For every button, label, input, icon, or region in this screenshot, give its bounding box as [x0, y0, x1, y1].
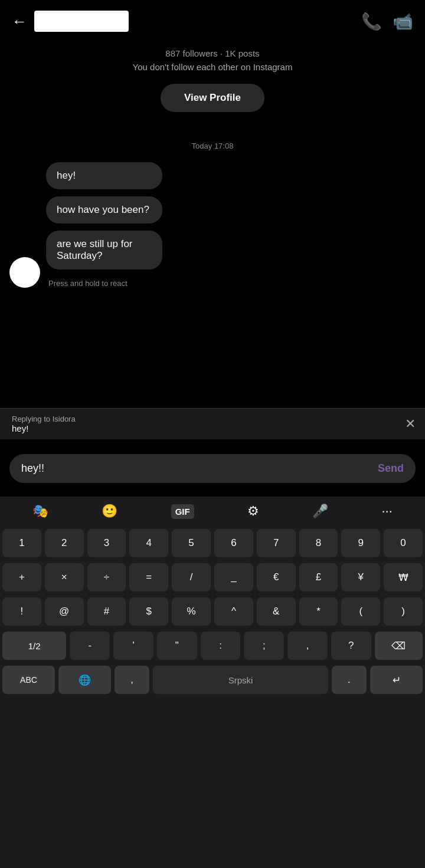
- key-9[interactable]: 9: [341, 529, 380, 557]
- key-divide[interactable]: ÷: [87, 563, 126, 591]
- gif-icon[interactable]: GIF: [171, 504, 194, 519]
- keyboard-row-1: 1 2 3 4 5 6 7 8 9 0: [0, 526, 425, 560]
- send-button[interactable]: Send: [378, 462, 404, 475]
- backspace-key[interactable]: ⌫: [375, 632, 423, 660]
- header-icons: 📞 📹: [361, 12, 413, 31]
- key-semicolon[interactable]: ;: [244, 632, 284, 660]
- more-icon[interactable]: ···: [381, 504, 392, 519]
- settings-icon[interactable]: ⚙: [247, 504, 259, 519]
- key-3[interactable]: 3: [87, 529, 126, 557]
- key-multiply[interactable]: ×: [45, 563, 84, 591]
- key-pound[interactable]: £: [299, 563, 338, 591]
- keyboard: 1 2 3 4 5 6 7 8 9 0 + × ÷ = / _ € £ ¥ ₩ …: [0, 526, 425, 868]
- key-page-toggle[interactable]: 1/2: [2, 632, 66, 660]
- key-colon[interactable]: :: [201, 632, 241, 660]
- key-4[interactable]: 4: [129, 529, 168, 557]
- avatar: [9, 257, 40, 288]
- key-percent[interactable]: %: [172, 597, 211, 626]
- key-7[interactable]: 7: [257, 529, 296, 557]
- key-dollar[interactable]: $: [129, 597, 168, 626]
- key-globe[interactable]: 🌐: [58, 666, 111, 694]
- key-yen[interactable]: ¥: [341, 563, 380, 591]
- key-open-paren[interactable]: (: [341, 597, 380, 626]
- input-box: hey!! Send: [9, 454, 416, 483]
- keyboard-toolbar: 🎭 🙂 GIF ⚙ 🎤 ···: [0, 497, 425, 526]
- emoji-icon[interactable]: 🙂: [102, 504, 117, 519]
- keyboard-row-3: ! @ # $ % ^ & * ( ): [0, 594, 425, 629]
- key-caret[interactable]: ^: [214, 597, 253, 626]
- key-period[interactable]: .: [332, 666, 367, 694]
- key-5[interactable]: 5: [172, 529, 211, 557]
- key-quote[interactable]: ": [157, 632, 197, 660]
- username-hidden: [34, 11, 129, 32]
- followers-text: 887 followers · 1K posts: [165, 48, 259, 58]
- key-question[interactable]: ?: [331, 632, 371, 660]
- space-key[interactable]: Srpski: [153, 666, 328, 694]
- header-left: ←: [12, 11, 129, 32]
- microphone-icon[interactable]: 🎤: [312, 504, 328, 519]
- key-exclaim[interactable]: !: [2, 597, 41, 626]
- list-item[interactable]: how have you been?: [46, 196, 162, 223]
- key-ampersand[interactable]: &: [257, 597, 296, 626]
- view-profile-button[interactable]: View Profile: [161, 84, 264, 112]
- key-underscore[interactable]: _: [214, 563, 253, 591]
- key-slash[interactable]: /: [172, 563, 211, 591]
- key-comma-bottom[interactable]: ,: [115, 666, 149, 694]
- key-abc[interactable]: ABC: [2, 666, 55, 694]
- key-apostrophe[interactable]: ': [113, 632, 153, 660]
- key-dash[interactable]: -: [70, 632, 110, 660]
- replying-to-label: Replying to Isidora: [12, 415, 395, 423]
- sticker-icon[interactable]: 🎭: [32, 504, 48, 519]
- key-2[interactable]: 2: [45, 529, 84, 557]
- enter-key[interactable]: ↵: [370, 666, 423, 694]
- key-asterisk[interactable]: *: [299, 597, 338, 626]
- header: ← 📞 📹: [0, 0, 425, 42]
- key-hash[interactable]: #: [87, 597, 126, 626]
- keyboard-bottom-row: ABC 🌐 , Srpski . ↵: [0, 663, 425, 697]
- message-row-group: hey! how have you been? are we still up …: [9, 162, 416, 288]
- key-plus[interactable]: +: [2, 563, 41, 591]
- back-button[interactable]: ←: [12, 12, 27, 31]
- key-equals[interactable]: =: [129, 563, 168, 591]
- reply-bar: Replying to Isidora hey! ✕: [0, 408, 425, 439]
- press-hold-hint: Press and hold to react: [48, 279, 192, 288]
- keyboard-row-4: 1/2 - ' " : ; , ? ⌫: [0, 629, 425, 663]
- video-call-icon[interactable]: 📹: [393, 12, 413, 31]
- message-input[interactable]: hey!!: [21, 462, 378, 475]
- call-icon[interactable]: 📞: [361, 12, 382, 31]
- list-item[interactable]: hey!: [46, 162, 162, 189]
- key-euro[interactable]: €: [257, 563, 296, 591]
- reply-preview-text: hey!: [12, 423, 395, 433]
- close-reply-button[interactable]: ✕: [405, 416, 416, 432]
- mutual-text: You don't follow each other on Instagram: [133, 62, 293, 72]
- message-column: hey! how have you been? are we still up …: [46, 162, 192, 288]
- list-item[interactable]: are we still up for Saturday?: [46, 231, 162, 269]
- messages-list: hey! how have you been? are we still up …: [9, 162, 416, 288]
- key-close-paren[interactable]: ): [384, 597, 423, 626]
- keyboard-row-2: + × ÷ = / _ € £ ¥ ₩: [0, 560, 425, 594]
- key-won[interactable]: ₩: [384, 563, 423, 591]
- profile-area: 887 followers · 1K posts You don't follo…: [0, 42, 425, 124]
- key-at[interactable]: @: [45, 597, 84, 626]
- timestamp: Today 17:08: [9, 142, 416, 150]
- key-6[interactable]: 6: [214, 529, 253, 557]
- input-area: hey!! Send: [0, 448, 425, 489]
- key-0[interactable]: 0: [384, 529, 423, 557]
- key-8[interactable]: 8: [299, 529, 338, 557]
- key-comma[interactable]: ,: [287, 632, 328, 660]
- key-1[interactable]: 1: [2, 529, 41, 557]
